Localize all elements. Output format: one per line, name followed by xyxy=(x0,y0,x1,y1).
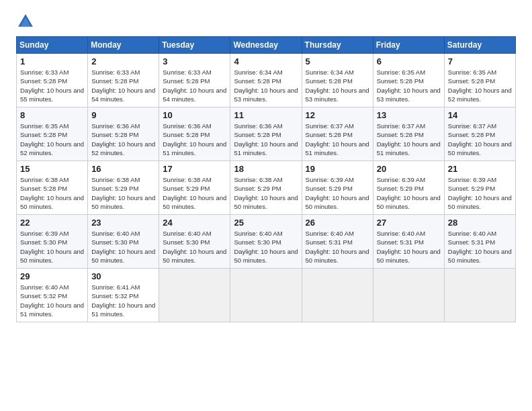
calendar-cell: 22 Sunrise: 6:39 AMSunset: 5:30 PMDaylig… xyxy=(17,215,88,269)
calendar-cell: 27 Sunrise: 6:40 AMSunset: 5:31 PMDaylig… xyxy=(373,215,444,269)
cell-info: Sunrise: 6:34 AMSunset: 5:28 PMDaylight:… xyxy=(306,68,369,103)
cell-info: Sunrise: 6:38 AMSunset: 5:29 PMDaylight:… xyxy=(163,176,226,210)
cell-info: Sunrise: 6:40 AMSunset: 5:31 PMDaylight:… xyxy=(448,230,512,264)
calendar-cell: 20 Sunrise: 6:39 AMSunset: 5:29 PMDaylig… xyxy=(373,161,444,215)
day-number: 20 xyxy=(377,164,441,174)
cell-info: Sunrise: 6:38 AMSunset: 5:29 PMDaylight:… xyxy=(91,176,155,210)
cell-info: Sunrise: 6:33 AMSunset: 5:28 PMDaylight:… xyxy=(163,68,226,103)
day-number: 24 xyxy=(163,218,226,228)
day-number: 19 xyxy=(306,164,369,174)
calendar-header-wednesday: Wednesday xyxy=(230,37,302,54)
cell-info: Sunrise: 6:37 AMSunset: 5:28 PMDaylight:… xyxy=(448,122,512,156)
cell-info: Sunrise: 6:40 AMSunset: 5:30 PMDaylight:… xyxy=(163,230,226,264)
cell-info: Sunrise: 6:33 AMSunset: 5:28 PMDaylight:… xyxy=(20,68,84,103)
cell-info: Sunrise: 6:40 AMSunset: 5:30 PMDaylight:… xyxy=(91,230,155,264)
calendar-cell: 14 Sunrise: 6:37 AMSunset: 5:28 PMDaylig… xyxy=(444,107,515,161)
logo-icon xyxy=(16,12,35,31)
calendar-cell: 17 Sunrise: 6:38 AMSunset: 5:29 PMDaylig… xyxy=(159,161,230,215)
day-number: 8 xyxy=(20,110,84,120)
cell-info: Sunrise: 6:36 AMSunset: 5:28 PMDaylight:… xyxy=(234,122,298,156)
calendar-header-monday: Monday xyxy=(88,37,159,54)
day-number: 26 xyxy=(306,218,369,228)
cell-info: Sunrise: 6:33 AMSunset: 5:28 PMDaylight:… xyxy=(91,68,155,103)
day-number: 12 xyxy=(306,110,369,120)
cell-info: Sunrise: 6:35 AMSunset: 5:28 PMDaylight:… xyxy=(20,122,84,156)
calendar-cell: 8 Sunrise: 6:35 AMSunset: 5:28 PMDayligh… xyxy=(17,107,88,161)
calendar-cell: 18 Sunrise: 6:38 AMSunset: 5:29 PMDaylig… xyxy=(230,161,302,215)
cell-info: Sunrise: 6:40 AMSunset: 5:30 PMDaylight:… xyxy=(234,230,298,264)
day-number: 4 xyxy=(234,56,298,66)
calendar-cell: 15 Sunrise: 6:38 AMSunset: 5:28 PMDaylig… xyxy=(17,161,88,215)
cell-info: Sunrise: 6:36 AMSunset: 5:28 PMDaylight:… xyxy=(163,122,226,156)
day-number: 28 xyxy=(448,218,512,228)
calendar-cell: 2 Sunrise: 6:33 AMSunset: 5:28 PMDayligh… xyxy=(88,54,159,107)
calendar-cell: 5 Sunrise: 6:34 AMSunset: 5:28 PMDayligh… xyxy=(302,54,373,107)
day-number: 10 xyxy=(163,110,226,120)
page: SundayMondayTuesdayWednesdayThursdayFrid… xyxy=(0,0,532,411)
day-number: 16 xyxy=(91,164,155,174)
calendar-cell: 6 Sunrise: 6:35 AMSunset: 5:28 PMDayligh… xyxy=(373,54,444,107)
day-number: 15 xyxy=(20,164,84,174)
calendar-cell: 13 Sunrise: 6:37 AMSunset: 5:28 PMDaylig… xyxy=(373,107,444,161)
day-number: 18 xyxy=(234,164,298,174)
day-number: 13 xyxy=(377,110,441,120)
day-number: 30 xyxy=(91,271,155,281)
calendar-week-row: 1 Sunrise: 6:33 AMSunset: 5:28 PMDayligh… xyxy=(17,54,516,107)
day-number: 5 xyxy=(306,56,369,66)
calendar-cell: 1 Sunrise: 6:33 AMSunset: 5:28 PMDayligh… xyxy=(17,54,88,107)
calendar-cell: 7 Sunrise: 6:35 AMSunset: 5:28 PMDayligh… xyxy=(444,54,515,107)
cell-info: Sunrise: 6:35 AMSunset: 5:28 PMDaylight:… xyxy=(448,68,512,103)
cell-info: Sunrise: 6:41 AMSunset: 5:32 PMDaylight:… xyxy=(91,283,155,318)
cell-info: Sunrise: 6:37 AMSunset: 5:28 PMDaylight:… xyxy=(306,122,369,156)
calendar-cell: 19 Sunrise: 6:39 AMSunset: 5:29 PMDaylig… xyxy=(302,161,373,215)
calendar-cell xyxy=(230,269,302,322)
calendar-cell: 3 Sunrise: 6:33 AMSunset: 5:28 PMDayligh… xyxy=(159,54,230,107)
calendar-cell: 21 Sunrise: 6:39 AMSunset: 5:29 PMDaylig… xyxy=(444,161,515,215)
calendar-cell: 10 Sunrise: 6:36 AMSunset: 5:28 PMDaylig… xyxy=(159,107,230,161)
calendar-week-row: 29 Sunrise: 6:40 AMSunset: 5:32 PMDaylig… xyxy=(17,269,516,322)
calendar-table: SundayMondayTuesdayWednesdayThursdayFrid… xyxy=(16,36,516,322)
calendar-week-row: 8 Sunrise: 6:35 AMSunset: 5:28 PMDayligh… xyxy=(17,107,516,161)
cell-info: Sunrise: 6:39 AMSunset: 5:29 PMDaylight:… xyxy=(306,176,369,210)
calendar-week-row: 22 Sunrise: 6:39 AMSunset: 5:30 PMDaylig… xyxy=(17,215,516,269)
calendar-header-row: SundayMondayTuesdayWednesdayThursdayFrid… xyxy=(17,37,516,54)
calendar-cell: 12 Sunrise: 6:37 AMSunset: 5:28 PMDaylig… xyxy=(302,107,373,161)
calendar-cell: 9 Sunrise: 6:36 AMSunset: 5:28 PMDayligh… xyxy=(88,107,159,161)
day-number: 23 xyxy=(91,218,155,228)
calendar-cell xyxy=(302,269,373,322)
calendar-cell: 30 Sunrise: 6:41 AMSunset: 5:32 PMDaylig… xyxy=(88,269,159,322)
day-number: 27 xyxy=(377,218,441,228)
day-number: 29 xyxy=(20,271,84,281)
day-number: 7 xyxy=(448,56,512,66)
calendar-header-thursday: Thursday xyxy=(302,37,373,54)
cell-info: Sunrise: 6:39 AMSunset: 5:29 PMDaylight:… xyxy=(377,176,441,210)
day-number: 1 xyxy=(20,56,84,66)
cell-info: Sunrise: 6:38 AMSunset: 5:29 PMDaylight:… xyxy=(234,176,298,210)
day-number: 9 xyxy=(91,110,155,120)
calendar-cell: 26 Sunrise: 6:40 AMSunset: 5:31 PMDaylig… xyxy=(302,215,373,269)
day-number: 22 xyxy=(20,218,84,228)
calendar-cell: 11 Sunrise: 6:36 AMSunset: 5:28 PMDaylig… xyxy=(230,107,302,161)
calendar-header-saturday: Saturday xyxy=(444,37,515,54)
day-number: 25 xyxy=(234,218,298,228)
calendar-cell xyxy=(444,269,515,322)
calendar-cell: 4 Sunrise: 6:34 AMSunset: 5:28 PMDayligh… xyxy=(230,54,302,107)
cell-info: Sunrise: 6:34 AMSunset: 5:28 PMDaylight:… xyxy=(234,68,298,103)
calendar-cell xyxy=(373,269,444,322)
cell-info: Sunrise: 6:38 AMSunset: 5:28 PMDaylight:… xyxy=(20,176,84,210)
calendar-cell: 28 Sunrise: 6:40 AMSunset: 5:31 PMDaylig… xyxy=(444,215,515,269)
calendar-cell: 25 Sunrise: 6:40 AMSunset: 5:30 PMDaylig… xyxy=(230,215,302,269)
cell-info: Sunrise: 6:39 AMSunset: 5:29 PMDaylight:… xyxy=(448,176,512,210)
day-number: 21 xyxy=(448,164,512,174)
cell-info: Sunrise: 6:40 AMSunset: 5:31 PMDaylight:… xyxy=(377,230,441,264)
calendar-header-sunday: Sunday xyxy=(17,37,88,54)
calendar-cell xyxy=(159,269,230,322)
cell-info: Sunrise: 6:40 AMSunset: 5:31 PMDaylight:… xyxy=(306,230,369,264)
calendar-cell: 24 Sunrise: 6:40 AMSunset: 5:30 PMDaylig… xyxy=(159,215,230,269)
calendar-cell: 23 Sunrise: 6:40 AMSunset: 5:30 PMDaylig… xyxy=(88,215,159,269)
calendar-cell: 29 Sunrise: 6:40 AMSunset: 5:32 PMDaylig… xyxy=(17,269,88,322)
calendar-week-row: 15 Sunrise: 6:38 AMSunset: 5:28 PMDaylig… xyxy=(17,161,516,215)
calendar-header-tuesday: Tuesday xyxy=(159,37,230,54)
cell-info: Sunrise: 6:36 AMSunset: 5:28 PMDaylight:… xyxy=(91,122,155,156)
cell-info: Sunrise: 6:39 AMSunset: 5:30 PMDaylight:… xyxy=(20,230,84,264)
